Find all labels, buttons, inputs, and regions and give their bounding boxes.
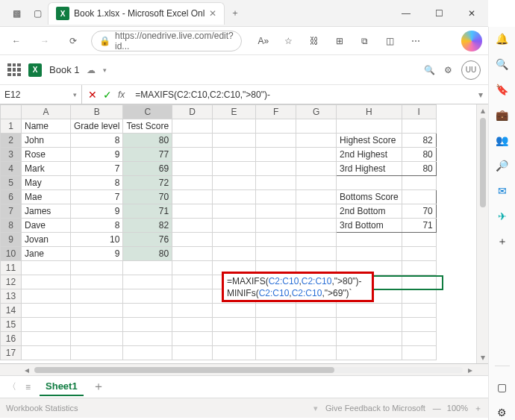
fx-icon[interactable]: fx bbox=[118, 90, 125, 100]
col-header-F[interactable]: F bbox=[256, 105, 296, 119]
cell[interactable]: 80 bbox=[123, 247, 172, 261]
read-aloud-icon[interactable]: A» bbox=[254, 31, 273, 51]
row-header[interactable]: 12 bbox=[1, 275, 22, 289]
scroll-right-icon[interactable]: ▸ bbox=[464, 365, 476, 375]
cell[interactable]: 9 bbox=[71, 148, 123, 162]
row-header[interactable]: 13 bbox=[1, 289, 22, 304]
settings-icon[interactable]: ⚙ bbox=[444, 65, 452, 75]
back-button[interactable]: ← bbox=[6, 31, 27, 51]
row-header[interactable]: 1 bbox=[1, 119, 22, 134]
cell[interactable]: Dave bbox=[22, 219, 71, 233]
formula-expand-icon[interactable]: ▾ bbox=[473, 90, 488, 100]
split-screen-icon[interactable]: ◫ bbox=[381, 31, 400, 51]
cell[interactable]: 70 bbox=[123, 190, 172, 204]
cell[interactable]: 72 bbox=[123, 176, 172, 190]
cell[interactable] bbox=[402, 190, 436, 204]
cell[interactable]: Rose bbox=[22, 148, 71, 162]
extensions-icon[interactable]: ⊞ bbox=[330, 31, 349, 51]
cell[interactable]: 80 bbox=[123, 134, 172, 148]
formula-cancel-button[interactable]: ✕ bbox=[88, 89, 97, 101]
briefcase-icon[interactable]: 💼 bbox=[495, 107, 510, 122]
name-box[interactable]: E12 ▾ bbox=[0, 85, 82, 104]
col-header-D[interactable]: D bbox=[172, 105, 213, 119]
sheet-prev-icon[interactable]: 〈 bbox=[7, 380, 16, 393]
cell[interactable]: 82 bbox=[123, 219, 172, 233]
cell[interactable]: Jane bbox=[22, 247, 71, 261]
scroll-up-icon[interactable]: ▴ bbox=[477, 104, 488, 116]
settings-rail-icon[interactable]: ⚙ bbox=[495, 405, 510, 420]
search-icon[interactable]: 🔍 bbox=[424, 65, 435, 75]
row-header[interactable]: 17 bbox=[1, 346, 22, 360]
cell[interactable]: James bbox=[22, 204, 71, 219]
cell[interactable]: 80 bbox=[402, 148, 436, 162]
send-icon[interactable]: ✈ bbox=[495, 209, 510, 224]
shopping-lock-icon[interactable]: ⛓ bbox=[305, 31, 324, 51]
row-header[interactable]: 11 bbox=[1, 261, 22, 275]
zoom-level[interactable]: 100% bbox=[447, 404, 468, 413]
empty-tab-icon[interactable]: ▢ bbox=[27, 3, 48, 24]
workbook-statistics-button[interactable]: Workbook Statistics bbox=[6, 404, 78, 413]
collections-icon[interactable]: ⧉ bbox=[355, 31, 375, 51]
cell[interactable]: Jovan bbox=[22, 233, 71, 247]
vertical-scrollbar[interactable]: ▴ ▾ bbox=[476, 104, 488, 363]
cell[interactable]: Grade level bbox=[71, 119, 123, 134]
new-tab-button[interactable]: ＋ bbox=[225, 3, 246, 24]
user-avatar[interactable]: UU bbox=[461, 60, 481, 80]
cell[interactable]: 10 bbox=[71, 233, 123, 247]
zoom-out-button[interactable]: — bbox=[433, 404, 441, 413]
workbook-name[interactable]: Book 1 bbox=[49, 64, 79, 75]
horizontal-scrollbar[interactable]: ◂ ▸ bbox=[0, 364, 488, 376]
menu-icon[interactable]: ⋯ bbox=[406, 31, 425, 51]
cell[interactable]: 3rd Highest bbox=[337, 162, 402, 176]
formula-enter-button[interactable]: ✓ bbox=[103, 89, 112, 101]
cell[interactable]: 80 bbox=[402, 162, 436, 176]
row-header[interactable]: 8 bbox=[1, 219, 22, 233]
bell-icon[interactable]: 🔔 bbox=[495, 31, 510, 46]
formula-edit-overlay[interactable]: =MAXIFS(C2:C10,C2:C10,">80")- MINIFs(C2:… bbox=[222, 272, 374, 302]
col-header-C[interactable]: C bbox=[123, 105, 172, 119]
cell[interactable]: 9 bbox=[71, 247, 123, 261]
row-header[interactable]: 14 bbox=[1, 304, 22, 318]
search-rail-icon[interactable]: 🔍 bbox=[495, 57, 510, 72]
sheet-all-icon[interactable]: ≡ bbox=[25, 382, 31, 392]
cell[interactable]: Name bbox=[22, 119, 71, 134]
feedback-button[interactable]: Give Feedback to Microsoft bbox=[325, 404, 425, 413]
scroll-thumb[interactable] bbox=[480, 118, 486, 207]
col-header-B[interactable]: B bbox=[71, 105, 123, 119]
row-header[interactable]: 2 bbox=[1, 134, 22, 148]
cell[interactable]: 70 bbox=[402, 204, 436, 219]
cell[interactable]: 9 bbox=[71, 204, 123, 219]
row-header[interactable]: 16 bbox=[1, 332, 22, 346]
cell[interactable]: Highest Score bbox=[337, 134, 402, 148]
add-sheet-button[interactable]: ＋ bbox=[93, 379, 104, 395]
name-box-dropdown-icon[interactable]: ▾ bbox=[73, 91, 77, 98]
cell[interactable]: 7 bbox=[71, 190, 123, 204]
cell[interactable]: 82 bbox=[402, 134, 436, 148]
cell[interactable]: 7 bbox=[71, 162, 123, 176]
sheet-tab-active[interactable]: Sheet1 bbox=[40, 377, 84, 396]
cell[interactable]: Mae bbox=[22, 190, 71, 204]
zoom-rail-icon[interactable]: 🔎 bbox=[495, 158, 510, 173]
zoom-in-button[interactable]: ＋ bbox=[474, 403, 482, 414]
cell[interactable]: 3rd Bottom bbox=[337, 219, 402, 233]
row-header[interactable]: 15 bbox=[1, 318, 22, 332]
cell[interactable]: 71 bbox=[402, 219, 436, 233]
tag-icon[interactable]: 🔖 bbox=[495, 82, 510, 97]
window-close-button[interactable]: ✕ bbox=[455, 0, 488, 27]
cell[interactable]: 76 bbox=[123, 233, 172, 247]
copilot-icon[interactable] bbox=[461, 31, 482, 51]
outlook-icon[interactable]: ✉ bbox=[495, 184, 510, 198]
people-icon[interactable]: 👥 bbox=[495, 133, 510, 148]
spreadsheet-grid[interactable]: A B C D E F G H I 1 Name Grade level Tes… bbox=[0, 104, 476, 363]
scroll-left-icon[interactable]: ◂ bbox=[21, 365, 33, 375]
col-header-A[interactable]: A bbox=[22, 105, 71, 119]
cell[interactable]: John bbox=[22, 134, 71, 148]
row-header[interactable]: 10 bbox=[1, 247, 22, 261]
tab-manager-icon[interactable]: ▩ bbox=[6, 3, 27, 24]
add-rail-icon[interactable]: ＋ bbox=[495, 234, 510, 249]
cell[interactable]: Test Score bbox=[123, 119, 172, 134]
browser-tab-active[interactable]: X Book 1.xlsx - Microsoft Excel Onl ✕ bbox=[48, 2, 225, 25]
formula-input[interactable] bbox=[131, 85, 473, 104]
hscroll-thumb[interactable] bbox=[34, 367, 334, 373]
cell[interactable]: Bottoms Score bbox=[337, 190, 402, 204]
